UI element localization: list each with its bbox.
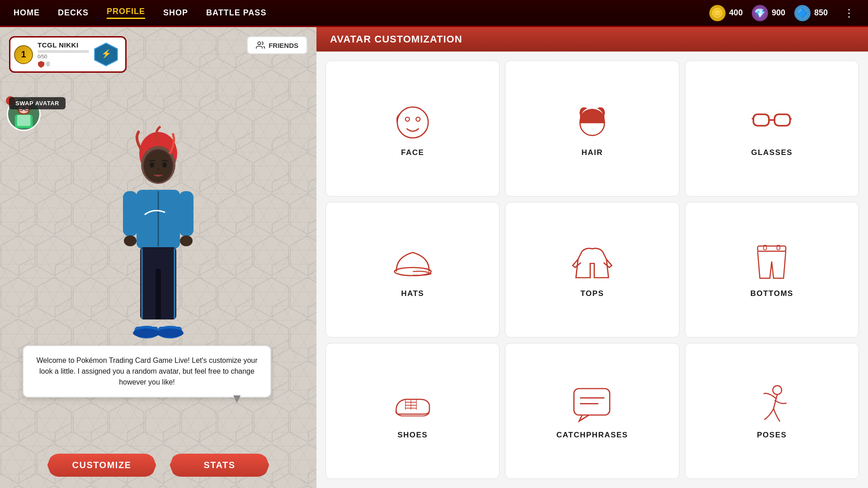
main-content: 1 TCGL NIKKI 0/50 0 ⚡ — [0, 27, 868, 488]
panel-header: Avatar Customization — [316, 27, 868, 52]
bottom-buttons: CUSTOMIZE STATS — [0, 454, 316, 477]
dialog-box: Welcome to Pokémon Trading Card Game Liv… — [23, 345, 271, 398]
svg-point-32 — [150, 162, 154, 168]
gold-currency: 🪙 400 — [709, 5, 743, 21]
bottoms-label: BOTTOMS — [750, 289, 793, 298]
profile-card: 1 TCGL NIKKI 0/50 0 ⚡ — [9, 36, 127, 73]
currency-display: 🪙 400 💎 900 🔷 850 ⋮ — [709, 5, 854, 21]
svg-point-35 — [397, 107, 428, 138]
profile-badge: ⚡ — [94, 42, 118, 67]
swap-avatar-button[interactable]: SWAP AVATAR — [9, 97, 66, 109]
svg-point-37 — [416, 117, 420, 121]
profile-info: TCGL NIKKI 0/50 0 — [38, 41, 89, 68]
svg-point-57 — [773, 386, 782, 395]
shield-icon — [38, 61, 45, 68]
svg-rect-11 — [17, 114, 31, 126]
shoes-label: SHOES — [397, 431, 428, 440]
stats-button[interactable]: STATS — [170, 454, 269, 477]
glasses-label: GLASSES — [751, 148, 793, 157]
grid-item-catchphrases[interactable]: CATCHPHRASES — [505, 343, 679, 479]
nav-battle-pass[interactable]: BATTLE PASS — [206, 8, 266, 18]
left-panel: 1 TCGL NIKKI 0/50 0 ⚡ — [0, 27, 316, 488]
face-label: FACE — [401, 148, 424, 157]
nav-decks[interactable]: DECKS — [58, 8, 89, 18]
shield-badge: 0 — [38, 61, 89, 68]
friends-label: FRIENDS — [269, 42, 298, 49]
svg-rect-39 — [754, 114, 769, 126]
gold-amount: 400 — [729, 8, 743, 18]
svg-point-28 — [133, 328, 160, 338]
rank-badge: 1 — [14, 45, 33, 64]
catchphrases-label: CATCHPHRASES — [557, 431, 628, 440]
bottoms-icon — [751, 243, 792, 284]
svg-line-42 — [752, 118, 754, 119]
hair-icon — [572, 102, 613, 143]
friends-button[interactable]: FRIENDS — [247, 36, 307, 54]
profile-name: TCGL NIKKI — [38, 41, 89, 49]
avatar-character — [99, 124, 217, 377]
customization-grid: FACE HAIR — [316, 52, 868, 488]
gold-icon: 🪙 — [709, 5, 726, 21]
crystal-amount: 850 — [814, 8, 828, 18]
friends-icon — [256, 41, 265, 50]
shield-count: 0 — [47, 61, 50, 67]
svg-rect-18 — [123, 191, 137, 236]
svg-point-20 — [124, 235, 137, 246]
hair-label: HAIR — [581, 148, 603, 157]
nav-home[interactable]: HOME — [14, 8, 40, 18]
top-navigation: HOME DECKS PROFILE SHOP BATTLE PASS 🪙 40… — [0, 0, 868, 27]
svg-point-31 — [156, 328, 184, 338]
svg-point-33 — [162, 162, 167, 168]
nav-profile[interactable]: PROFILE — [107, 7, 145, 19]
svg-point-36 — [405, 117, 409, 121]
grid-item-glasses[interactable]: GLASSES — [685, 61, 859, 197]
svg-point-21 — [180, 235, 193, 246]
tops-label: TOPS — [580, 289, 604, 298]
hats-icon — [392, 243, 433, 284]
svg-text:⚡: ⚡ — [101, 49, 112, 59]
grid-item-poses[interactable]: POSES — [685, 343, 859, 479]
crystal-currency: 🔷 850 — [794, 5, 828, 21]
grid-item-bottoms[interactable]: BOTTOMS — [685, 202, 859, 338]
progress-text: 0/50 — [38, 54, 89, 59]
poses-icon — [751, 385, 792, 425]
profile-badge-icon: ⚡ — [94, 42, 118, 67]
svg-rect-19 — [179, 191, 193, 236]
nav-shop[interactable]: SHOP — [163, 8, 188, 18]
grid-item-shoes[interactable]: SHOES — [326, 343, 500, 479]
purple-amount: 900 — [772, 8, 785, 18]
svg-rect-54 — [574, 389, 609, 415]
grid-item-hats[interactable]: HATS — [326, 202, 500, 338]
grid-item-tops[interactable]: TOPS — [505, 202, 679, 338]
grid-item-hair[interactable]: HAIR — [505, 61, 679, 197]
purple-currency: 💎 900 — [752, 5, 785, 21]
svg-rect-25 — [156, 269, 161, 319]
tops-icon — [572, 243, 613, 284]
shoes-icon — [392, 385, 433, 425]
svg-point-15 — [144, 150, 172, 182]
catchphrases-icon — [572, 385, 613, 425]
face-icon — [392, 102, 433, 143]
progress-bar — [38, 50, 89, 53]
svg-rect-45 — [758, 246, 786, 251]
dialog-text: Welcome to Pokémon Trading Card Game Liv… — [35, 355, 259, 388]
grid-item-face[interactable]: FACE — [326, 61, 500, 197]
more-menu-button[interactable]: ⋮ — [844, 7, 854, 19]
svg-point-34 — [258, 42, 261, 45]
poses-label: POSES — [757, 431, 787, 440]
purple-icon: 💎 — [752, 5, 768, 21]
glasses-icon — [751, 102, 792, 143]
dialog-arrow-icon[interactable]: ▼ — [231, 391, 243, 406]
panel-title: Avatar Customization — [330, 33, 462, 45]
right-panel: Avatar Customization FACE — [316, 27, 868, 488]
crystal-icon: 🔷 — [794, 5, 811, 21]
customize-button[interactable]: CUSTOMIZE — [47, 454, 156, 477]
svg-line-43 — [790, 118, 792, 119]
nav-menu: HOME DECKS PROFILE SHOP BATTLE PASS — [14, 7, 266, 19]
hats-label: HATS — [401, 289, 424, 298]
svg-rect-40 — [775, 114, 790, 126]
